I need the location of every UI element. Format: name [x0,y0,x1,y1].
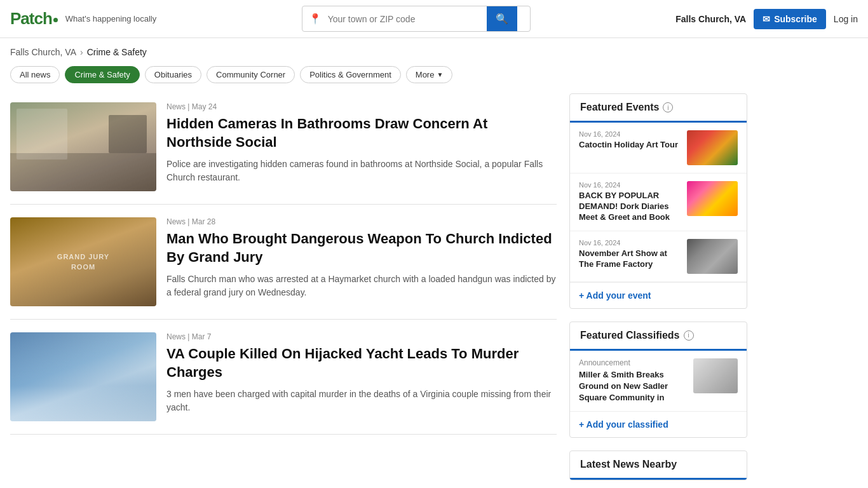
article-title[interactable]: Man Who Brought Dangerous Weapon To Chur… [166,230,557,266]
logo[interactable]: Patch [10,9,58,29]
featured-events-title: Featured Events [580,102,659,113]
article-meta: News | May 24 [166,102,557,111]
latest-news-card: Latest News Nearby [569,451,747,480]
filter-tabs: All news Crime & Safety Obituaries Commu… [10,66,562,83]
subscribe-button[interactable]: ✉ Subscribe [754,9,826,29]
mail-icon: ✉ [763,14,770,24]
event-thumbnail[interactable] [687,239,738,274]
filter-tab-community[interactable]: Community Corner [207,66,295,83]
featured-classifieds-card: Featured Classifieds i Announcement Mill… [569,322,747,438]
event-name[interactable]: November Art Show at The Frame Factory [579,248,681,270]
event-item: Nov 16, 2024 Catoctin Holiday Art Tour [570,123,747,173]
breadcrumb-separator: › [80,47,83,57]
add-classified-link[interactable]: + Add your classified [570,411,747,437]
featured-classifieds-header: Featured Classifieds i [570,322,747,351]
filter-tab-all[interactable]: All news [10,66,60,83]
latest-news-title: Latest News Nearby [580,459,677,470]
article-summary: Police are investigating hidden cameras … [166,158,557,184]
article-date: Mar 28 [192,217,215,226]
info-icon-classifieds[interactable]: i [684,330,694,341]
logo-area: Patch What's happening locally [10,9,156,29]
filter-tab-politics[interactable]: Politics & Government [300,66,401,83]
article-title[interactable]: Hidden Cameras In Bathrooms Draw Concern… [166,115,557,151]
article-summary: 3 men have been charged with capital mur… [166,388,557,414]
article-thumbnail[interactable] [10,332,156,421]
article-meta: News | Mar 28 [166,217,557,226]
filter-tab-obituaries[interactable]: Obituaries [145,66,201,83]
add-event-link[interactable]: + Add your event [570,282,747,308]
content-area: News | May 24 Hidden Cameras In Bathroom… [10,83,557,480]
article-date: May 24 [192,102,217,111]
classified-info: Announcement Miller & Smith Breaks Groun… [579,358,687,404]
article-body: News | Mar 28 Man Who Brought Dangerous … [166,217,557,299]
info-icon[interactable]: i [663,102,673,112]
filter-tab-crime[interactable]: Crime & Safety [65,66,139,83]
more-label: More [416,70,435,79]
search-button[interactable]: 🔍 [487,6,517,31]
event-name[interactable]: Catoctin Holiday Art Tour [579,140,681,151]
event-thumbnail[interactable] [687,181,738,216]
event-info: Nov 16, 2024 BACK BY POPULAR DEMAND! Dor… [579,181,681,223]
article-meta: News | Mar 7 [166,332,557,341]
login-button[interactable]: Log in [834,14,858,24]
article-date: Mar 7 [192,332,212,341]
article-thumbnail[interactable] [10,102,156,191]
featured-events-card: Featured Events i Nov 16, 2024 Catoctin … [569,93,747,309]
article-body: News | Mar 7 VA Couple Killed On Hijacke… [166,332,557,414]
search-input[interactable] [328,9,487,29]
featured-events-header: Featured Events i [570,94,747,123]
event-item: Nov 16, 2024 BACK BY POPULAR DEMAND! Dor… [570,173,747,231]
article-card: News | Mar 7 VA Couple Killed On Hijacke… [10,320,557,435]
article-title[interactable]: VA Couple Killed On Hijacked Yacht Leads… [166,345,557,381]
article-thumbnail[interactable]: GRAND JURYROOM [10,217,156,306]
event-thumbnail[interactable] [687,130,738,165]
latest-news-header: Latest News Nearby [570,451,747,480]
article-body: News | May 24 Hidden Cameras In Bathroom… [166,102,557,184]
search-area: 📍 🔍 [166,6,665,32]
classified-title[interactable]: Miller & Smith Breaks Ground on New Sadl… [579,369,687,404]
breadcrumb-current: Crime & Safety [87,47,147,57]
breadcrumb-home[interactable]: Falls Church, VA [10,47,76,57]
sub-header: Falls Church, VA › Crime & Safety All ne… [0,38,572,83]
classified-type: Announcement [579,358,687,367]
current-location: Falls Church, VA [675,14,746,24]
article-card: GRAND JURYROOM News | Mar 28 Man Who Bro… [10,205,557,320]
filter-tab-more[interactable]: More ▼ [406,66,453,83]
event-info: Nov 16, 2024 November Art Show at The Fr… [579,239,681,270]
breadcrumb: Falls Church, VA › Crime & Safety [10,47,562,57]
featured-classifieds-title: Featured Classifieds [580,330,680,341]
header-right: Falls Church, VA ✉ Subscribe Log in [675,9,858,29]
event-date: Nov 16, 2024 [579,181,681,189]
event-date: Nov 16, 2024 [579,239,681,247]
location-pin-icon: 📍 [302,8,328,30]
subscribe-label: Subscribe [774,14,817,24]
classified-thumbnail[interactable] [693,358,738,393]
article-category: News [166,102,186,111]
article-category: News [166,217,186,226]
event-date: Nov 16, 2024 [579,130,681,138]
sidebar: Featured Events i Nov 16, 2024 Catoctin … [557,83,747,480]
tagline: What's happening locally [65,14,156,24]
classified-item: Announcement Miller & Smith Breaks Groun… [570,351,747,412]
event-name[interactable]: BACK BY POPULAR DEMAND! Dork Diaries Mee… [579,191,681,223]
search-box: 📍 🔍 [302,6,531,32]
article-summary: Falls Church man who was arrested at a H… [166,273,557,299]
event-item: Nov 16, 2024 November Art Show at The Fr… [570,231,747,282]
main-layout: News | May 24 Hidden Cameras In Bathroom… [0,83,868,480]
article-card: News | May 24 Hidden Cameras In Bathroom… [10,90,557,205]
article-category: News [166,332,186,341]
grand-jury-label: GRAND JURYROOM [57,252,109,273]
event-info: Nov 16, 2024 Catoctin Holiday Art Tour [579,130,681,151]
header: Patch What's happening locally 📍 🔍 Falls… [0,0,868,38]
chevron-down-icon: ▼ [437,71,443,78]
